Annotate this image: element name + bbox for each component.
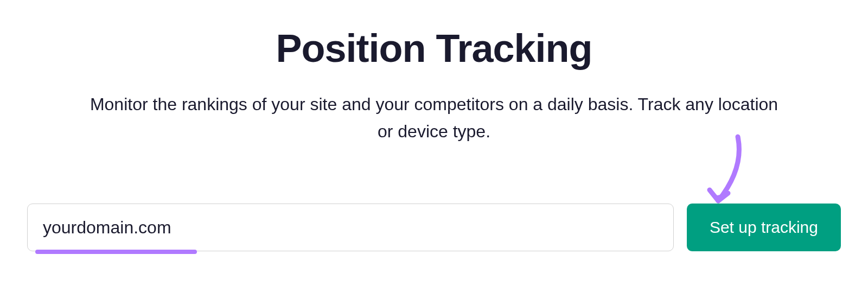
underline-annotation [35,250,197,254]
form-row: Set up tracking [27,204,841,251]
domain-input[interactable] [27,204,674,251]
setup-tracking-button[interactable]: Set up tracking [687,204,841,251]
page-subtitle: Monitor the rankings of your site and yo… [87,91,781,145]
page-title: Position Tracking [276,26,592,71]
page-container: Position Tracking Monitor the rankings o… [0,0,868,145]
